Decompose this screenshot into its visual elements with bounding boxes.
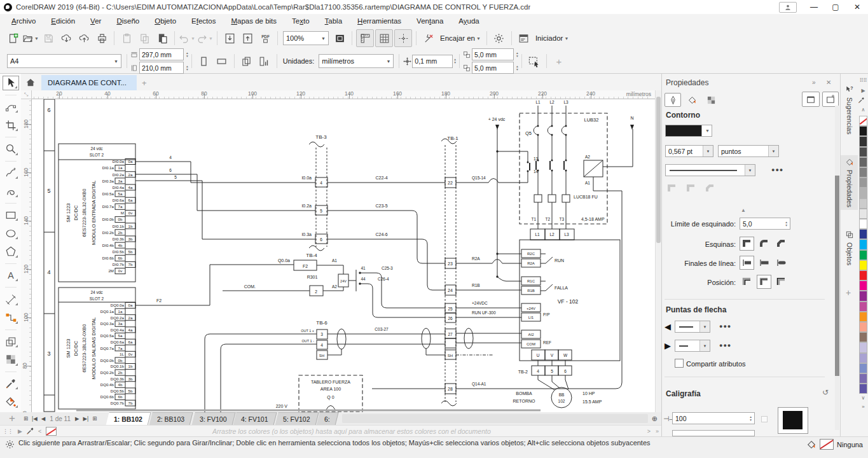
miter-limit-field[interactable]: 5,0 ▴▾ <box>740 218 790 230</box>
palette-forward-icon[interactable]: > <box>647 428 651 434</box>
export-button[interactable] <box>239 30 256 46</box>
status-gear-icon[interactable] <box>5 440 15 449</box>
palette-swatch[interactable] <box>859 177 867 188</box>
palette-scroll-up-icon[interactable]: ∧ <box>858 107 868 113</box>
snap-off-icon[interactable] <box>420 30 437 46</box>
palette-swatch[interactable] <box>859 147 867 157</box>
angle-field-clipped[interactable] <box>672 430 755 436</box>
palette-expand-icon[interactable]: » <box>656 428 659 434</box>
open-button[interactable]: ▼ <box>22 30 39 46</box>
page-tab-1-bb102[interactable]: 1: BB102 <box>106 412 151 426</box>
show-rulers-button[interactable] <box>356 29 374 47</box>
cap-butt-button[interactable] <box>740 256 754 270</box>
menu-item-tabla[interactable]: Tabla <box>317 16 350 26</box>
page-tab-6[interactable]: 6: <box>317 412 339 426</box>
palette-swatch[interactable] <box>859 302 867 312</box>
ruler-origin[interactable]: ⤡ <box>21 90 32 99</box>
interactive-fill-tool[interactable] <box>3 394 19 409</box>
duplicate-y-spinner[interactable]: ▴▾ <box>516 65 518 71</box>
docker-expand-icon[interactable]: » <box>812 79 816 86</box>
palette-swatch[interactable] <box>859 126 867 136</box>
outline-section-button[interactable] <box>665 93 681 107</box>
artistic-media-tool[interactable] <box>3 184 19 198</box>
docker-tab-objetos[interactable]: Objetos <box>841 228 858 268</box>
wrap-docker-button[interactable] <box>802 92 820 107</box>
show-grid-button[interactable] <box>375 29 393 47</box>
palette-swatch[interactable] <box>859 198 867 209</box>
previous-page-button[interactable]: ◀ <box>41 415 46 422</box>
menu-item-dise-o[interactable]: Diseño <box>109 16 147 26</box>
cap-square-button[interactable] <box>757 256 771 270</box>
freehand-tool[interactable] <box>3 166 19 181</box>
calligraphy-reset-icon[interactable]: ↺ <box>822 388 829 397</box>
current-page-button[interactable] <box>256 53 273 69</box>
horizontal-ruler[interactable]: milímetros 20406080100120140160180200220… <box>32 90 655 99</box>
shape-tool[interactable] <box>3 100 19 114</box>
palette-back-icon[interactable]: < <box>38 428 41 434</box>
import-button[interactable] <box>221 30 238 46</box>
palette-swatch[interactable] <box>859 373 867 384</box>
document-tab[interactable]: DIAGRAMA DE CONT... <box>41 75 137 90</box>
connector-tool[interactable] <box>3 310 19 325</box>
pick-tool[interactable] <box>3 76 19 90</box>
page-size-combo[interactable]: A4▼ <box>7 54 121 68</box>
color-eyedropper-tool[interactable] <box>3 377 19 391</box>
last-page-button[interactable]: ▶| <box>83 415 89 422</box>
zoom-tool[interactable] <box>3 142 19 156</box>
text-tool[interactable] <box>3 268 19 283</box>
docker-close-icon[interactable]: ✕ <box>826 79 831 86</box>
palette-swatch[interactable] <box>859 363 867 373</box>
show-guidelines-button[interactable] <box>394 29 412 47</box>
nudge-field[interactable]: 0,1 mm <box>412 55 453 68</box>
start-arrowhead-combo[interactable]: ▼ <box>675 321 710 333</box>
corner-round-button[interactable] <box>757 237 771 251</box>
menu-item-efectos[interactable]: Efectos <box>184 16 223 26</box>
docker-tab-sugerencias[interactable]: Sugerencias <box>841 83 858 137</box>
get-more-button[interactable] <box>58 30 74 46</box>
duplicate-y-field[interactable]: 5,0 mm <box>472 62 514 74</box>
page-height-field[interactable]: 210,0 mm <box>139 62 184 74</box>
palette-swatch[interactable] <box>859 384 867 394</box>
ellipse-tool[interactable] <box>3 226 19 240</box>
zoom-fit-icon[interactable]: ⊕ <box>652 415 658 423</box>
add-docker-button[interactable]: + <box>846 288 851 298</box>
landscape-button[interactable] <box>214 53 230 69</box>
menu-item-texto[interactable]: Texto <box>284 16 317 26</box>
line-style-more-button[interactable]: ●●● <box>771 167 783 173</box>
vertical-ruler[interactable]: 1801601401201008060 <box>21 99 32 412</box>
palette-swatch[interactable] <box>859 342 867 352</box>
palette-swatch[interactable] <box>859 136 867 146</box>
outline-color-swatch[interactable] <box>665 125 702 137</box>
full-screen-preview-button[interactable] <box>331 30 348 46</box>
palette-swatch[interactable] <box>859 281 867 291</box>
minimize-button[interactable]: — <box>803 0 825 14</box>
canvas-vertical-scrollbar[interactable] <box>655 90 661 412</box>
position-center-button[interactable] <box>757 275 771 289</box>
palette-swatch[interactable] <box>859 332 867 342</box>
start-arrowhead-more-button[interactable]: ●●● <box>719 323 731 330</box>
page-width-field[interactable]: 297,0 mm <box>139 48 184 60</box>
user-account-icon[interactable] <box>779 2 797 13</box>
end-arrowhead-more-button[interactable]: ●●● <box>719 342 731 349</box>
menu-item-herramientas[interactable]: Herramientas <box>350 16 409 26</box>
duplicate-x-field[interactable]: 5,0 mm <box>472 48 514 60</box>
position-inside-button[interactable] <box>740 275 754 289</box>
palette-swatch[interactable] <box>859 250 867 260</box>
save-to-cloud-button[interactable] <box>76 30 92 46</box>
menu-item-ventana[interactable]: Ventana <box>409 16 451 26</box>
next-page-button[interactable]: ▶ <box>75 415 79 422</box>
palette-swatch[interactable] <box>859 229 867 239</box>
paste-button[interactable] <box>118 30 135 46</box>
position-outside-button[interactable] <box>774 275 789 289</box>
corner-bevel-button[interactable] <box>774 237 789 251</box>
transparency-tool[interactable] <box>3 352 19 367</box>
parallel-dimension-tool[interactable] <box>3 292 19 307</box>
rectangle-tool[interactable] <box>3 208 19 223</box>
snap-to-combo[interactable]: Encajar en▼ <box>437 34 483 42</box>
paste-special-button[interactable] <box>154 30 170 46</box>
drag-handle-icon[interactable]: ⋮⋮ <box>3 428 13 434</box>
copy-button[interactable] <box>136 30 153 46</box>
zoom-level-combo[interactable]: 100%▼ <box>283 31 329 45</box>
palette-swatch[interactable] <box>859 157 867 167</box>
new-document-button[interactable] <box>4 30 21 46</box>
